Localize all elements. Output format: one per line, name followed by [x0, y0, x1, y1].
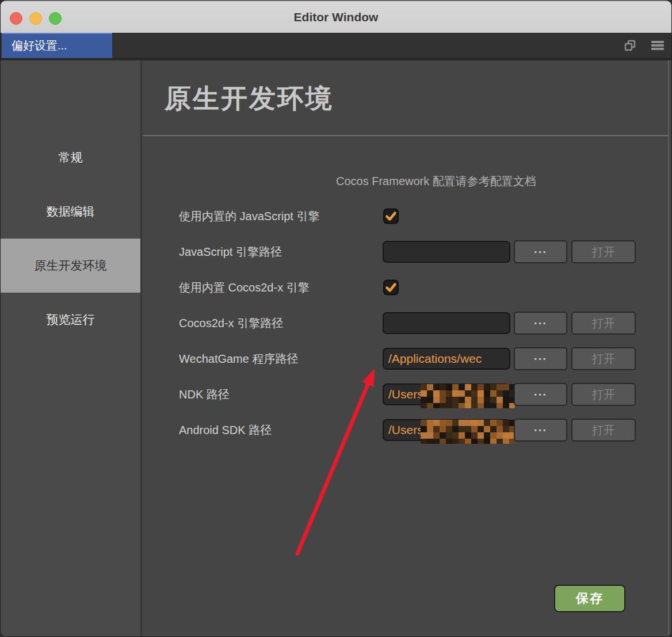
row-js-engine-path: JavaScript 引擎路径 ··· 打开	[142, 234, 668, 270]
android-sdk-path-input[interactable]	[383, 419, 510, 441]
framework-config-note: Cocos Framework 配置请参考配置文档	[336, 174, 536, 189]
row-wechatgame-path: WechatGame 程序路径 ··· 打开	[142, 341, 668, 377]
row-label: WechatGame 程序路径	[179, 351, 298, 367]
android-sdk-open-button[interactable]: 打开	[571, 419, 636, 442]
tab-preferences[interactable]: 偏好设置...	[2, 33, 112, 58]
cocos2dx-open-button[interactable]: 打开	[571, 312, 636, 335]
row-label: JavaScript 引擎路径	[179, 244, 282, 260]
wechatgame-path-input[interactable]	[383, 348, 510, 370]
use-builtin-cocos2dx-checkbox[interactable]	[383, 280, 399, 296]
close-button[interactable]	[10, 12, 22, 25]
window-title: Editor Window	[294, 10, 379, 24]
zoom-button[interactable]	[49, 12, 62, 25]
float-window-icon[interactable]	[623, 39, 637, 52]
row-use-builtin-js-engine: 使用内置的 JavaScript 引擎	[142, 198, 668, 234]
js-engine-browse-button[interactable]: ···	[514, 240, 567, 263]
sidebar-item-general[interactable]: 常规	[1, 131, 140, 185]
tabbar: 偏好设置...	[1, 33, 671, 58]
row-android-sdk-path: Android SDK 路径 ··· 打开	[142, 412, 668, 448]
page-title: 原生开发环境	[165, 81, 334, 117]
menu-icon[interactable]	[651, 39, 665, 52]
row-label: NDK 路径	[179, 387, 230, 402]
row-label: Cocos2d-x 引擎路径	[179, 316, 283, 331]
minimize-button[interactable]	[29, 12, 42, 25]
ndk-path-input[interactable]	[383, 383, 510, 405]
row-label: Android SDK 路径	[179, 423, 272, 438]
main-panel: 原生开发环境 Cocos Framework 配置请参考配置文档 使用内置的 J…	[142, 60, 672, 637]
row-cocos2dx-engine-path: Cocos2d-x 引擎路径 ··· 打开	[142, 305, 668, 341]
row-label: 使用内置 Cocos2d-x 引擎	[179, 280, 310, 296]
check-icon	[384, 281, 398, 294]
sidebar-item-preview-run[interactable]: 预览运行	[1, 293, 140, 347]
android-sdk-browse-button[interactable]: ···	[514, 419, 567, 442]
row-use-builtin-cocos2dx: 使用内置 Cocos2d-x 引擎	[142, 270, 668, 305]
ndk-open-button[interactable]: 打开	[571, 383, 636, 406]
js-engine-path-input[interactable]	[383, 241, 510, 263]
wechatgame-open-button[interactable]: 打开	[571, 347, 636, 370]
save-button[interactable]: 保存	[554, 585, 625, 612]
row-ndk-path: NDK 路径 ··· 打开	[142, 377, 668, 412]
ndk-browse-button[interactable]: ···	[514, 383, 567, 406]
row-label: 使用内置的 JavaScript 引擎	[179, 209, 319, 224]
cocos2dx-browse-button[interactable]: ···	[514, 312, 567, 335]
sidebar: 常规 数据编辑 原生开发环境 预览运行	[1, 60, 140, 637]
use-builtin-js-engine-checkbox[interactable]	[383, 209, 399, 224]
sidebar-item-native-dev[interactable]: 原生开发环境	[1, 239, 140, 293]
scrollbar-gutter[interactable]	[668, 60, 669, 637]
js-engine-open-button[interactable]: 打开	[571, 240, 636, 263]
traffic-lights	[10, 12, 62, 25]
sidebar-item-data-editing[interactable]: 数据编辑	[1, 185, 140, 239]
wechatgame-browse-button[interactable]: ···	[514, 347, 567, 370]
titlebar: Editor Window	[1, 1, 671, 33]
editor-window: Editor Window 偏好设置... 常规 数据编辑 原生开发环境 预览运…	[0, 0, 672, 637]
check-icon	[384, 210, 398, 223]
cocos2dx-engine-path-input[interactable]	[383, 312, 510, 334]
title-divider	[143, 135, 668, 136]
